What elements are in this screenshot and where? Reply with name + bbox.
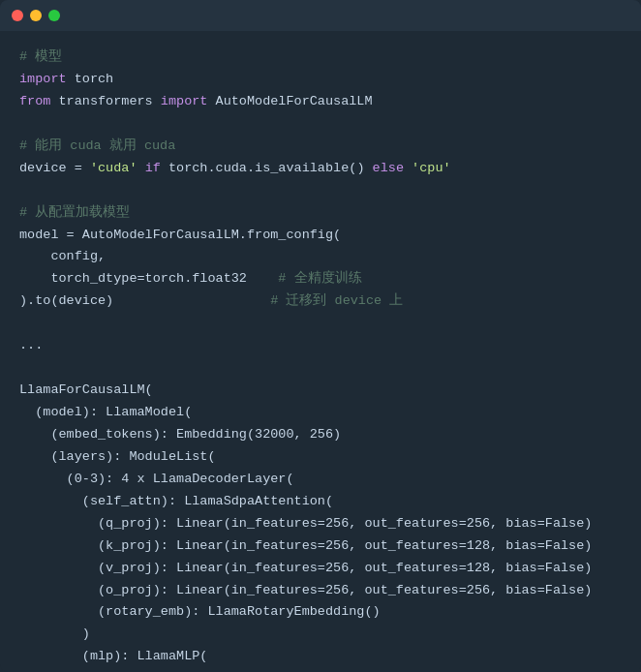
comment-model: # 模型 [19, 49, 62, 64]
keyword-from: from [19, 94, 50, 108]
self-attn: (self_attn): LlamaSdpaAttention( [19, 494, 333, 508]
keyword-if: if [137, 161, 161, 175]
dtype-arg: torch_dtype=torch.float32 [19, 271, 270, 286]
to-device: ).to(device) [19, 293, 262, 308]
embed-tokens: (embed_tokens): Embedding(32000, 256) [19, 427, 341, 442]
comment-load-model: # 从配置加载模型 [19, 205, 130, 220]
layer-range: (0-3): 4 x LlamaDecoderLayer( [19, 472, 294, 486]
keyword-else: else [373, 161, 404, 175]
device-assign: device = [19, 161, 90, 175]
o-proj: (o_proj): Linear(in_features=256, out_fe… [19, 583, 592, 597]
k-proj: (k_proj): Linear(in_features=256, out_fe… [19, 538, 592, 553]
q-proj: (q_proj): Linear(in_features=256, out_fe… [19, 516, 592, 531]
closing-paren-attn: ) [19, 626, 90, 641]
ellipsis: ... [19, 338, 43, 352]
string-cuda: 'cuda' [90, 161, 137, 175]
config-arg: config, [19, 249, 106, 263]
traffic-lights [12, 10, 60, 21]
v-proj: (v_proj): Linear(in_features=256, out_fe… [19, 561, 592, 575]
cuda-check: torch.cuda.is_available() [161, 161, 373, 175]
maximize-button[interactable] [48, 10, 60, 21]
comment-cuda: # 能用 cuda 就用 cuda [19, 138, 175, 153]
mlp: (mlp): LlamaMLP( [19, 649, 207, 663]
close-button[interactable] [12, 10, 23, 21]
titlebar [0, 0, 641, 31]
code-block: # 模型 import torch from transformers impo… [19, 46, 622, 668]
string-cpu: 'cpu' [404, 161, 451, 175]
comment-full-precision: # 全精度训练 [270, 271, 361, 286]
llama-causal-lm: LlamaForCausalLM( [19, 382, 153, 397]
minimize-button[interactable] [30, 10, 42, 21]
rotary-emb: (rotary_emb): LlamaRotaryEmbedding() [19, 604, 381, 619]
module-torch: torch [67, 72, 114, 86]
code-content: # 模型 import torch from transformers impo… [0, 31, 641, 672]
code-editor-window: # 模型 import torch from transformers impo… [0, 0, 641, 672]
layers: (layers): ModuleList( [19, 449, 216, 464]
keyword-import1: import [19, 72, 67, 86]
keyword-import2: import [161, 94, 208, 108]
model-assign: model = AutoModelForCausalLM.from_config… [19, 228, 341, 242]
comment-to-device: # 迁移到 device 上 [262, 293, 403, 308]
model-llamamodel: (model): LlamaModel( [19, 405, 192, 419]
module-transformers: transformers [50, 94, 160, 108]
class-automodel: AutoModelForCausalLM [207, 94, 372, 108]
